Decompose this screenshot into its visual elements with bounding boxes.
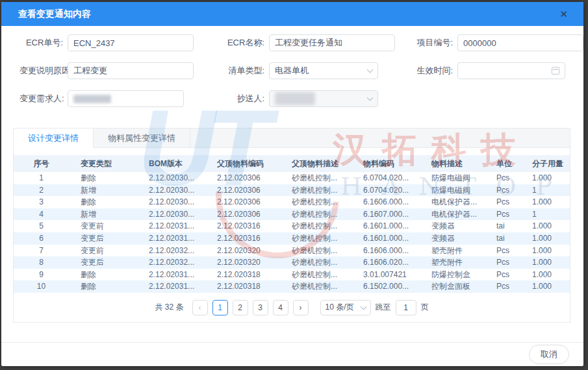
table-cell: 删除 (69, 172, 137, 184)
page-button-3[interactable]: 3 (253, 300, 268, 315)
page-size-value: 10 条/页 (326, 302, 354, 313)
table-row[interactable]: 1删除2.12.02030...2.12.020306砂磨机控制...6.070… (14, 172, 570, 184)
column-header: 物料描述 (420, 155, 485, 172)
table-cell: 1.000 (520, 269, 566, 281)
change-requester-input[interactable] (68, 90, 184, 107)
page-button-4[interactable]: 4 (273, 300, 288, 315)
table-cell: 3 (14, 196, 69, 208)
table-cell: 7 (14, 245, 69, 257)
table-cell: 删除 (69, 269, 137, 281)
table-cell: 砂磨机控制... (280, 269, 352, 281)
table-cell: 变更后 (69, 232, 137, 245)
table-cell: 1.000 (520, 245, 566, 257)
page-button-1[interactable]: 1 (212, 300, 228, 315)
table-cell: 6.1607.000... (352, 208, 420, 221)
next-page-button[interactable]: › (293, 300, 309, 315)
jump-page-input[interactable] (396, 300, 416, 315)
table-cell: 6.0704.020... (352, 172, 420, 184)
chevron-down-icon (367, 66, 374, 73)
table-row[interactable]: 7变更前2.12.02032...2.12.020320砂磨机控制...6.16… (14, 245, 570, 257)
effective-time-label: 生效时间: (412, 65, 457, 77)
table-cell: 2.12.02031... (137, 269, 205, 281)
table-cell: 1.000 (520, 196, 566, 208)
field-change-requester: 变更需求人: (19, 90, 184, 107)
table-cell: 变频器 (420, 220, 485, 232)
table-cell: 6.0704.020... (352, 184, 420, 197)
table-cell: 1.000 (520, 256, 566, 269)
list-type-value: 电器单机 (275, 65, 309, 77)
table-cell: 2.12.020320 (205, 245, 280, 257)
dialog-footer: 取消 (1, 342, 583, 366)
table-cell: 1.000 (520, 172, 566, 184)
change-requester-label: 变更需求人: (19, 93, 68, 105)
ecr-no-input[interactable] (68, 34, 194, 51)
table-cell: 1.000 (520, 232, 566, 245)
table-cell: Pcs (485, 280, 520, 293)
table-row[interactable]: 5变更前2.12.02031...2.12.020316砂磨机控制...6.16… (14, 220, 570, 232)
dialog-title: 查看变更通知内容 (18, 8, 91, 20)
table-cell: 1 (566, 184, 570, 197)
cc-person-select[interactable] (269, 90, 378, 107)
table-cell: Pcs (485, 172, 520, 184)
table-row[interactable]: 4新增2.12.02030...2.12.020306砂磨机控制...6.160… (14, 208, 570, 221)
table-cell: Pcs (485, 269, 520, 281)
change-reason-input[interactable] (68, 62, 194, 79)
table-cell: 1 (520, 184, 566, 197)
column-header: BOM版本 (137, 155, 205, 172)
prev-page-button[interactable]: ‹ (192, 300, 208, 315)
close-icon[interactable]: ✕ (556, 6, 572, 21)
table-row[interactable]: 10删除2.12.02031...2.12.020318砂磨机控制...6.15… (14, 280, 570, 293)
change-reason-label: 变更说明原因: (19, 65, 68, 77)
effective-time-input[interactable] (457, 62, 565, 79)
table-cell: 2.12.020316 (205, 232, 280, 245)
project-no-input[interactable] (457, 34, 583, 51)
tab-1[interactable]: 物料属性变更详情 (94, 129, 190, 147)
table-row[interactable]: 3删除2.12.02030...2.12.020306砂磨机控制...6.160… (14, 196, 570, 208)
change-notice-form: ECR单号: ECR名称: 项目编号: 变更说明原因: 清单类型: 电器单机 (1, 26, 583, 107)
table-cell: 电机保护器... (420, 208, 485, 221)
page-size-select[interactable]: 10 条/页 (320, 300, 371, 315)
ecr-name-input[interactable] (269, 34, 395, 51)
field-project-no: 项目编号: (412, 34, 565, 51)
table-row[interactable]: 9删除2.12.02031...2.12.020318砂磨机控制...3.01.… (14, 269, 570, 281)
table-cell: 2 (14, 184, 69, 197)
table-body: 1删除2.12.02030...2.12.020306砂磨机控制...6.070… (14, 172, 570, 293)
table-cell: 2.12.020320 (205, 256, 280, 269)
column-header: 序号 (14, 155, 69, 172)
column-header: 父顶物料描述 (280, 155, 352, 172)
table-cell: 塑壳附件 (420, 256, 485, 269)
page-button-2[interactable]: 2 (233, 300, 248, 315)
column-header: 单位 (485, 155, 520, 172)
table-cell: Pcs (485, 196, 520, 208)
table-cell: 砂磨机控制... (280, 196, 352, 208)
table-cell: 2.12.02032... (137, 245, 205, 257)
ecr-name-label: ECR名称: (218, 37, 269, 49)
column-header: 变更类型 (69, 155, 137, 172)
table-cell: 变频器 (420, 232, 485, 245)
pagination: 共 32 条 ‹ 1234 › 10 条/页 跳至 页 (14, 300, 570, 315)
column-header: 分子用量 (520, 155, 566, 172)
tab-0[interactable]: 设计变更详情 (14, 129, 94, 148)
table-cell: 6.1606.000... (352, 196, 420, 208)
table-cell: tai (485, 232, 520, 245)
table-cell: 砂磨机控制... (280, 220, 352, 232)
tabs-bar: 设计变更详情物料属性变更详情 (14, 129, 570, 148)
table-cell: 防爆控制盒 (420, 269, 485, 281)
total-count: 共 32 条 (155, 302, 183, 313)
table-cell: 变更前 (69, 220, 137, 232)
table-cell: 1 (566, 245, 570, 257)
table-cell: 2.12.020316 (205, 220, 280, 232)
table-cell: 3.01.007421 (352, 269, 420, 281)
table-cell: 2.12.020306 (205, 196, 280, 208)
cancel-button[interactable]: 取消 (529, 345, 569, 364)
table-row[interactable]: 2新增2.12.02030...2.12.020306砂磨机控制...6.070… (14, 184, 570, 197)
table-row[interactable]: 8变更后2.12.02032...2.12.020320砂磨机控制...6.16… (14, 256, 570, 269)
table-cell: 1.000 (520, 220, 566, 232)
table-cell: Pcs (485, 184, 520, 197)
field-change-reason: 变更说明原因: (19, 62, 184, 79)
table-cell: Pcs (485, 245, 520, 257)
table-cell: 2.12.020306 (205, 172, 280, 184)
list-type-select[interactable]: 电器单机 (269, 62, 378, 79)
table-cell: 砂磨机控制... (280, 232, 352, 245)
table-row[interactable]: 6变更后2.12.02031...2.12.020316砂磨机控制...6.16… (14, 232, 570, 245)
